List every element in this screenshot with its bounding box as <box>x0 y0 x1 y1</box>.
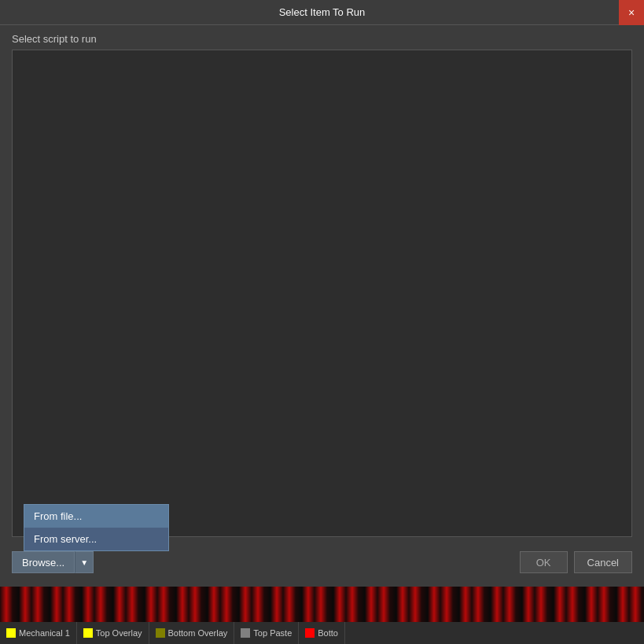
top-overlay-label: Top Overlay <box>96 628 142 638</box>
title-bar: Select Item To Run × <box>0 0 644 25</box>
layer-tab-mechanical[interactable]: Mechanical 1 <box>0 622 77 644</box>
dialog-title: Select Item To Run <box>279 6 366 18</box>
browse-dropdown-button[interactable]: ▼ <box>75 551 94 573</box>
bottom-label: Botto <box>318 628 338 638</box>
bottom-overlay-label: Bottom Overlay <box>168 628 228 638</box>
ok-button[interactable]: OK <box>520 551 568 573</box>
browse-dropdown-menu: From file... From server... <box>24 504 169 551</box>
layer-tab-bottom-overlay[interactable]: Bottom Overlay <box>149 622 235 644</box>
redacted-strip <box>0 587 644 622</box>
from-server-item[interactable]: From server... <box>24 528 168 550</box>
top-overlay-swatch <box>83 628 93 638</box>
layer-tab-top-overlay[interactable]: Top Overlay <box>77 622 149 644</box>
layer-tab-bottom[interactable]: Botto <box>299 622 345 644</box>
from-file-item[interactable]: From file... <box>24 505 168 528</box>
browse-main-button[interactable]: Browse... <box>12 551 75 573</box>
redacted-area <box>0 587 644 622</box>
dialog-body: Select script to run <box>0 25 644 545</box>
layer-tab-top-paste[interactable]: Top Paste <box>234 622 299 644</box>
close-button[interactable]: × <box>619 0 644 25</box>
browse-button-group: Browse... ▼ From file... From server... <box>12 551 94 573</box>
mechanical-label: Mechanical 1 <box>19 628 70 638</box>
mechanical-swatch <box>6 628 16 638</box>
cancel-button[interactable]: Cancel <box>574 551 632 573</box>
top-paste-label: Top Paste <box>253 628 292 638</box>
script-list-area[interactable] <box>12 50 632 537</box>
select-script-label: Select script to run <box>12 33 632 45</box>
bottom-overlay-swatch <box>156 628 165 638</box>
bottom-controls: Browse... ▼ From file... From server... … <box>0 545 644 580</box>
bottom-swatch <box>305 628 315 638</box>
top-paste-swatch <box>241 628 250 638</box>
status-bar: Mechanical 1 Top Overlay Bottom Overlay … <box>0 622 644 644</box>
